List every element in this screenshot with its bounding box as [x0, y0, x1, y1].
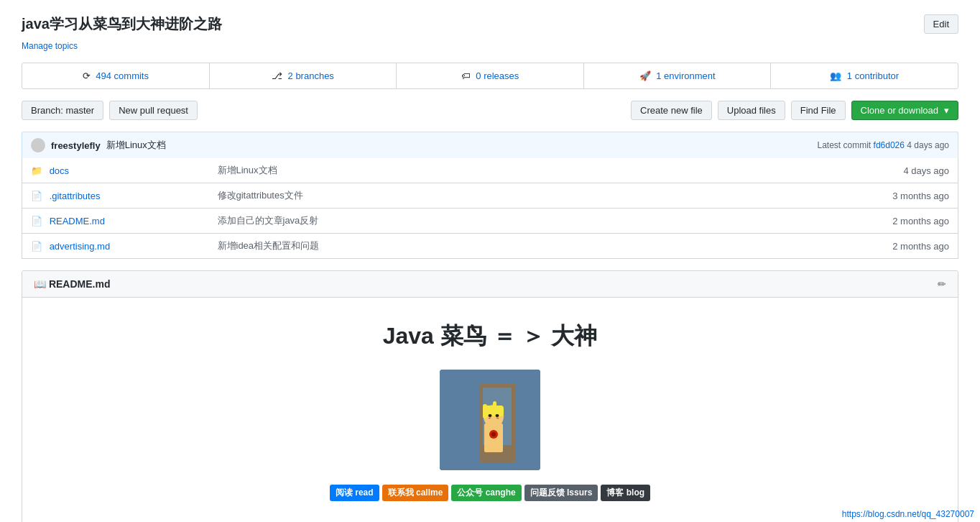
- commit-hash[interactable]: fd6d026: [874, 140, 905, 150]
- table-row: 📁 docs 新增Linux文档 4 days ago: [22, 158, 958, 183]
- readme-image: [440, 370, 540, 470]
- branches-icon: ⎇: [272, 70, 282, 81]
- contributor-stat[interactable]: 👥 1 contributor: [771, 63, 958, 88]
- find-file-button[interactable]: Find File: [791, 101, 846, 120]
- table-row: 📄 advertising.md 新增idea相关配置和问题 2 months …: [22, 234, 958, 259]
- badge: 联系我 callme: [382, 485, 449, 501]
- repo-title: java学习从菜鸟到大神进阶之路: [22, 14, 222, 34]
- commit-author[interactable]: freestylefly: [51, 140, 101, 151]
- edit-button[interactable]: Edit: [924, 14, 958, 34]
- readme-header: 📖 README.md ✏: [22, 271, 958, 298]
- table-row: 📄 .gitattributes 修改gitattributes文件 3 mon…: [22, 183, 958, 209]
- clone-button-label: Clone or download: [861, 105, 938, 116]
- file-link[interactable]: .gitattributes: [50, 191, 101, 201]
- commit-header-left: freestylefly 新增Linux文档: [31, 138, 166, 152]
- upload-files-button[interactable]: Upload files: [718, 101, 785, 120]
- latest-commit-label: Latest commit: [818, 140, 872, 150]
- folder-icon: 📁: [31, 165, 42, 176]
- file-time: 3 months ago: [829, 183, 958, 209]
- branches-count[interactable]: 2 branches: [288, 70, 334, 81]
- badges-container: 阅读 read联系我 callme公众号 canghe问题反馈 Issurs博客…: [45, 485, 935, 501]
- environment-count[interactable]: 1 environment: [656, 70, 715, 81]
- branches-stat[interactable]: ⎇ 2 branches: [210, 63, 397, 88]
- releases-icon: 🏷: [461, 70, 471, 81]
- environment-icon: 🚀: [639, 70, 651, 81]
- svg-line-11: [496, 418, 499, 418]
- svg-point-12: [489, 414, 492, 417]
- commits-count[interactable]: 494 commits: [96, 70, 149, 81]
- badge: 公众号 canghe: [451, 485, 521, 501]
- clone-or-download-button[interactable]: Clone or download ▾: [851, 101, 958, 120]
- readme-title: 📖 README.md: [34, 278, 110, 290]
- file-time: 2 months ago: [829, 234, 958, 259]
- readme-body: Java 菜鸟 ＝ ＞ 大神: [22, 298, 958, 522]
- readme-section: 📖 README.md ✏ Java 菜鸟 ＝ ＞ 大神: [22, 270, 958, 522]
- manage-topics-link[interactable]: Manage topics: [22, 41, 78, 51]
- svg-point-0: [34, 140, 42, 147]
- file-commit-msg: 添加自己的文章java反射: [209, 209, 829, 234]
- commit-header: freestylefly 新增Linux文档 Latest commit fd6…: [22, 132, 958, 158]
- file-link[interactable]: docs: [50, 165, 69, 176]
- svg-rect-9: [493, 401, 496, 410]
- file-icon: 📄: [31, 241, 42, 252]
- svg-point-1: [32, 148, 44, 152]
- file-commit-msg: 修改gitattributes文件: [209, 183, 829, 209]
- create-new-file-button[interactable]: Create new file: [631, 101, 712, 120]
- file-table: 📁 docs 新增Linux文档 4 days ago 📄 .gitattrib…: [22, 158, 958, 259]
- badge: 博客 blog: [601, 485, 650, 501]
- readme-image-container: [45, 370, 935, 470]
- file-icon: 📄: [31, 216, 42, 226]
- commit-header-right: Latest commit fd6d026 4 days ago: [818, 140, 950, 150]
- commit-message: 新增Linux文档: [106, 139, 166, 152]
- file-icon: 📄: [31, 191, 42, 201]
- commit-time: 4 days ago: [907, 140, 949, 150]
- readme-edit-icon[interactable]: ✏: [938, 278, 946, 290]
- avatar: [31, 138, 45, 152]
- bottom-url[interactable]: https://blog.csdn.net/qq_43270007: [836, 506, 980, 522]
- toolbar-right: Create new file Upload files Find File C…: [631, 101, 958, 120]
- environment-stat[interactable]: 🚀 1 environment: [584, 63, 772, 88]
- svg-point-15: [491, 432, 496, 436]
- branch-selector[interactable]: Branch: master: [22, 101, 103, 120]
- releases-stat[interactable]: 🏷 0 releases: [397, 63, 584, 88]
- badge: 问题反馈 Issurs: [524, 485, 598, 501]
- file-time: 2 months ago: [829, 209, 958, 234]
- file-commit-msg: 新增Linux文档: [209, 158, 829, 183]
- file-link[interactable]: README.md: [50, 216, 105, 226]
- svg-rect-8: [483, 404, 487, 418]
- readme-heading: Java 菜鸟 ＝ ＞ 大神: [45, 321, 935, 352]
- contributor-count[interactable]: 1 contributor: [847, 70, 899, 81]
- toolbar-left: Branch: master New pull request: [22, 101, 198, 120]
- file-link[interactable]: advertising.md: [50, 241, 111, 252]
- stats-bar: ⟳ 494 commits ⎇ 2 branches 🏷 0 releases …: [22, 63, 958, 89]
- book-icon: 📖: [34, 278, 49, 290]
- clone-caret-icon: ▾: [944, 105, 949, 116]
- file-time: 4 days ago: [829, 158, 958, 183]
- badge: 阅读 read: [330, 485, 379, 501]
- new-pull-request-button[interactable]: New pull request: [109, 101, 198, 120]
- svg-point-13: [496, 414, 499, 417]
- releases-count[interactable]: 0 releases: [476, 70, 519, 81]
- file-commit-msg: 新增idea相关配置和问题: [209, 234, 829, 259]
- svg-line-10: [489, 418, 491, 418]
- contributor-icon: 👥: [830, 70, 841, 81]
- commits-icon: ⟳: [83, 70, 91, 81]
- table-row: 📄 README.md 添加自己的文章java反射 2 months ago: [22, 209, 958, 234]
- toolbar: Branch: master New pull request Create n…: [22, 101, 958, 120]
- commits-stat[interactable]: ⟳ 494 commits: [22, 63, 210, 88]
